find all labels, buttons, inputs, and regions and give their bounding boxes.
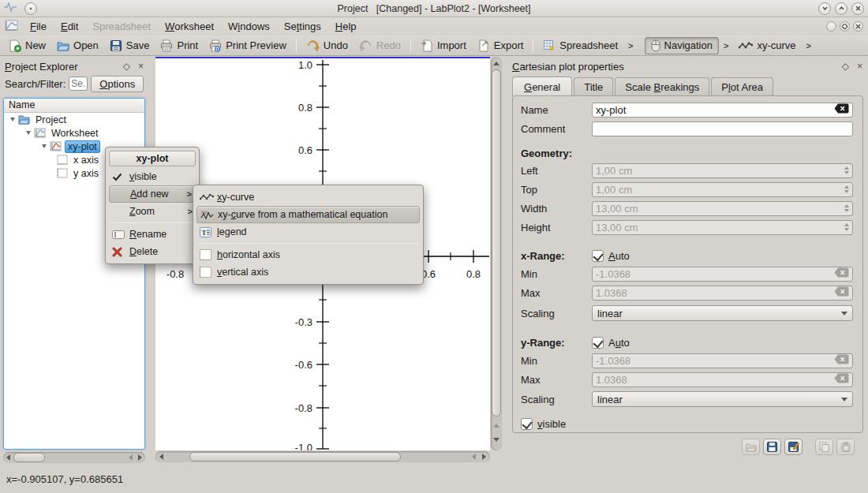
x-tick-label: -0.8 [166, 268, 184, 280]
menu-item-delete[interactable]: Delete [109, 243, 196, 260]
window-title: Project [Changed] - LabPlot2 - [Workshee… [0, 3, 868, 14]
scroll-down-arrow[interactable] [492, 435, 500, 443]
close-button[interactable] [851, 2, 864, 15]
checkmark-icon [112, 173, 129, 181]
spreadsheet-button[interactable]: Spreadsheet [537, 38, 623, 54]
print-preview-button[interactable]: Print Preview [204, 38, 292, 54]
toolbar-separator [296, 39, 297, 53]
scroll-left-arrow[interactable] [4, 454, 12, 461]
y-auto-checkbox[interactable] [592, 337, 604, 349]
x-max-input [596, 287, 831, 299]
menu-worksheet[interactable]: Worksheet [158, 18, 221, 35]
dock-close-icon[interactable]: × [857, 61, 862, 72]
tab-scale-breakings[interactable]: Scale Breakings [615, 77, 709, 95]
scroll-left-arrow[interactable] [470, 453, 477, 461]
xy-curve-icon [200, 193, 217, 201]
scroll-right-arrow[interactable] [480, 453, 488, 461]
name-field[interactable] [592, 103, 853, 118]
menu-item-rename[interactable]: Rename [109, 226, 196, 243]
tab-general[interactable]: General [512, 77, 572, 96]
xy-curve-button[interactable]: xy-curve [733, 38, 801, 53]
menu-separator [110, 222, 194, 223]
worksheet-hscrollbar[interactable] [155, 451, 490, 462]
submenu-item-horizontal-axis[interactable]: horizontal axis [196, 246, 420, 263]
minimize-button[interactable] [818, 2, 831, 15]
scroll-right-arrow[interactable] [136, 454, 144, 461]
menu-item-zoom[interactable]: Zoom > [109, 203, 196, 220]
toolbar-extension-arrow[interactable]: > [719, 41, 733, 50]
mouse-icon [651, 39, 660, 52]
tab-title[interactable]: Title [574, 77, 613, 95]
top-label: Top [521, 184, 592, 196]
save-as-template-button[interactable] [784, 439, 803, 455]
clear-field-icon[interactable] [834, 103, 849, 116]
folder-icon [18, 114, 30, 125]
y-scaling-combobox[interactable]: linear [592, 391, 853, 407]
dock-float-icon[interactable]: ◇ [123, 61, 130, 72]
tab-plot-area[interactable]: Plot Area [711, 77, 773, 95]
visible-checkbox[interactable] [521, 418, 533, 430]
window-menu-button[interactable] [24, 2, 37, 15]
export-button[interactable]: Export [472, 38, 529, 54]
submenu-item-vertical-axis[interactable]: vertical axis [196, 263, 420, 281]
scroll-thumb[interactable] [13, 453, 45, 462]
menu-spreadsheet: Spreadsheet [85, 18, 158, 35]
toolbar-extension-arrow[interactable]: > [802, 41, 816, 50]
name-input[interactable] [596, 104, 831, 116]
menu-settings[interactable]: Settings [277, 18, 328, 35]
save-template-button[interactable] [763, 439, 781, 455]
width-input [596, 203, 841, 215]
tree-column-header[interactable]: Name [4, 99, 144, 113]
menu-edit[interactable]: Edit [54, 18, 85, 35]
undo-button[interactable]: Undo [301, 38, 354, 54]
x-scaling-combobox[interactable]: linear [592, 305, 853, 321]
y-min-label: Min [521, 355, 592, 367]
comment-input[interactable] [596, 123, 849, 135]
dock-float-icon[interactable]: ◇ [842, 61, 849, 72]
search-input[interactable] [69, 77, 88, 91]
x-auto-checkbox[interactable] [592, 250, 604, 262]
worksheet-vscrollbar[interactable] [491, 57, 502, 450]
scroll-left-arrow[interactable] [157, 453, 165, 461]
mdi-close-button[interactable] [853, 21, 863, 32]
scroll-up-arrow[interactable] [492, 59, 500, 67]
import-button[interactable]: Import [415, 38, 472, 54]
menu-windows[interactable]: Windows [221, 18, 277, 35]
scroll-thumb[interactable] [492, 69, 501, 416]
scroll-left-arrow[interactable] [126, 454, 134, 461]
expander-icon[interactable] [9, 116, 16, 123]
expander-icon[interactable] [24, 129, 32, 136]
mdi-minimize-button[interactable] [826, 21, 836, 32]
project-tree-hscrollbar[interactable] [3, 452, 145, 463]
mdi-restore-button[interactable] [840, 21, 850, 32]
comment-field[interactable] [592, 121, 853, 136]
print-button[interactable]: Print [155, 38, 204, 54]
x-auto-label: Auto [608, 250, 630, 262]
y-max-input [596, 374, 831, 386]
new-button[interactable]: New [3, 38, 51, 54]
menu-help[interactable]: Help [328, 18, 364, 35]
top-input [596, 184, 841, 196]
maximize-button[interactable] [835, 2, 847, 15]
search-filter-row: Search/Filter: Options [2, 74, 147, 93]
submenu-item-xy-curve[interactable]: xy-curve [196, 189, 420, 206]
navigation-button[interactable]: Navigation [645, 37, 719, 54]
toolbar-separator [410, 39, 411, 53]
toolbar-extension-arrow[interactable]: > [623, 41, 638, 50]
menu-item-visible[interactable]: visible [109, 168, 196, 185]
dock-close-icon[interactable]: × [138, 61, 144, 72]
expander-icon[interactable] [40, 143, 47, 150]
y-tick-label: -1.0 [295, 442, 312, 450]
scroll-thumb[interactable] [189, 452, 401, 461]
y-tick-label: 0.6 [298, 144, 312, 156]
menu-file[interactable]: File [23, 18, 54, 35]
save-button[interactable]: Save [104, 38, 155, 54]
options-button[interactable]: Options [91, 76, 144, 92]
submenu-item-xy-curve-equation[interactable]: f(x) xy-curve from a mathematical equati… [196, 206, 420, 223]
tree-item-project[interactable]: Project [4, 113, 144, 126]
tree-item-worksheet[interactable]: Worksheet [4, 126, 144, 140]
scroll-up-arrow[interactable] [492, 421, 500, 429]
open-button[interactable]: Open [51, 38, 104, 54]
menu-item-add-new[interactable]: Add new > [109, 185, 196, 203]
submenu-item-legend[interactable]: T legend [196, 223, 420, 241]
